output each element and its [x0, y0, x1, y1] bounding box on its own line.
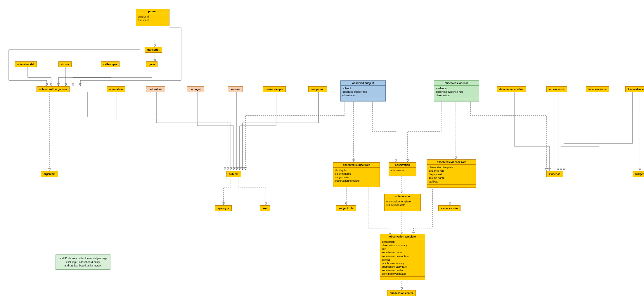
entity-subject[interactable]: subject [226, 171, 241, 177]
attr: submission name [382, 251, 423, 254]
entity-pathogen[interactable]: pathogen [187, 86, 204, 92]
entity-observed-evidence-role[interactable]: observed evidence role observation templ… [427, 159, 476, 188]
attr: submission description [382, 254, 423, 258]
entity-subject-role[interactable]: subject role [336, 205, 356, 211]
attr: observation template [335, 179, 378, 183]
entity-compound[interactable]: compound [308, 86, 327, 92]
attr: submission date [386, 203, 419, 207]
entity-attrs: submission [389, 168, 416, 176]
entity-observed-evidence[interactable]: observed evidence evidence observed evid… [434, 80, 479, 101]
diagram-note: total 33 classes under the model package… [56, 254, 110, 270]
entity-title: protein [136, 9, 169, 14]
entity-data-numeric-value[interactable]: data numeric value [497, 86, 526, 92]
entity-file-evidence[interactable]: file evidence [625, 86, 644, 92]
attr: uniprot id [138, 15, 167, 18]
entity-attrs: observation template evidence role displ… [427, 165, 476, 187]
attr: is submission story [382, 261, 423, 265]
entity-attrs: subject observed subject role observatio… [341, 86, 385, 101]
entity-xref[interactable]: xref [260, 205, 270, 211]
attr: observed evidence role [436, 90, 477, 94]
note-line: excluing (1) dashboard entity [59, 260, 107, 264]
attr: attribute [429, 180, 474, 183]
entity-evidence[interactable]: evidence [546, 171, 563, 177]
entity-transcript[interactable]: transcript [145, 47, 162, 53]
entity-cellsample[interactable]: cellsample [101, 61, 120, 67]
entity-gene[interactable]: gene [146, 61, 157, 67]
attr: observation template [429, 166, 474, 169]
entity-attrs: evidence observed evidence role observat… [434, 86, 479, 101]
entity-title: observation template [380, 234, 425, 239]
entity-submission[interactable]: submission observation template submissi… [384, 194, 421, 211]
entity-cell-subset[interactable]: cell subset [146, 86, 165, 92]
entity-evidence-role[interactable]: evidence role [438, 205, 461, 211]
entity-title: observed subject [341, 81, 385, 86]
attr: subject [342, 87, 384, 90]
attr: evidence role [429, 169, 474, 173]
attr: observed subject role [342, 90, 384, 94]
attr: subject role [335, 175, 378, 179]
entity-observed-subject[interactable]: observed subject subject observed subjec… [340, 80, 386, 101]
attr: tier [382, 247, 423, 251]
entity-title: observed evidence role [427, 160, 476, 165]
attr: display text [335, 168, 378, 172]
entity-sh-rna[interactable]: sh rna [58, 61, 72, 67]
attr: submission center [382, 269, 423, 272]
entity-vaccine[interactable]: vaccine [228, 86, 243, 92]
attr: submission story rank [382, 265, 423, 269]
entity-observed-subject-role[interactable]: observed subject role display text colum… [333, 162, 380, 187]
note-line: total 33 classes under the model package [59, 257, 107, 260]
attr: transcript [138, 18, 167, 22]
attr: observation [436, 94, 477, 97]
entity-observation-template[interactable]: observation template description observa… [380, 234, 425, 280]
entity-title: observed evidence [434, 81, 479, 86]
entity-widget[interactable]: widget [633, 171, 644, 177]
attr: observation template [386, 200, 419, 203]
entity-label-evidence[interactable]: label evidence [586, 86, 609, 92]
entity-submission-center[interactable]: submission center [387, 290, 416, 296]
entity-attrs: description observation summary tier sub… [380, 239, 425, 280]
note-line: and (2) dashboard entity factory [59, 264, 107, 268]
attr: observation summary [382, 244, 423, 247]
entity-animal-model[interactable]: animal model [15, 61, 37, 67]
entity-attrs: display text column name subject role ob… [333, 168, 380, 187]
entity-annotation[interactable]: annotation [107, 86, 125, 92]
attr: submission [391, 168, 414, 172]
entity-tissue-sample[interactable]: tissue sample [263, 86, 286, 92]
attr: principal investigator [382, 272, 423, 276]
entity-protein[interactable]: protein uniprot id transcript [136, 9, 169, 26]
attr: evidence [436, 87, 477, 90]
entity-attrs: uniprot id transcript [136, 14, 169, 26]
entity-title: submission [385, 194, 420, 199]
attr: display text [429, 173, 474, 176]
entity-title: observation [389, 163, 416, 168]
attr: observation [342, 94, 384, 97]
attr: description [382, 240, 423, 244]
entity-attrs: observation template submission date [385, 199, 420, 211]
entity-observation[interactable]: observation submission [389, 162, 416, 176]
entity-title: observed subject role [333, 163, 380, 168]
attr: column name [429, 176, 474, 180]
entity-url-evidence[interactable]: url evidence [546, 86, 567, 92]
entity-subject-with-organism[interactable]: subject with organism [37, 86, 70, 92]
attr: project [382, 258, 423, 261]
entity-synonym[interactable]: synonym [215, 205, 232, 211]
attr: column name [335, 172, 378, 175]
entity-organism[interactable]: organism [41, 171, 58, 177]
